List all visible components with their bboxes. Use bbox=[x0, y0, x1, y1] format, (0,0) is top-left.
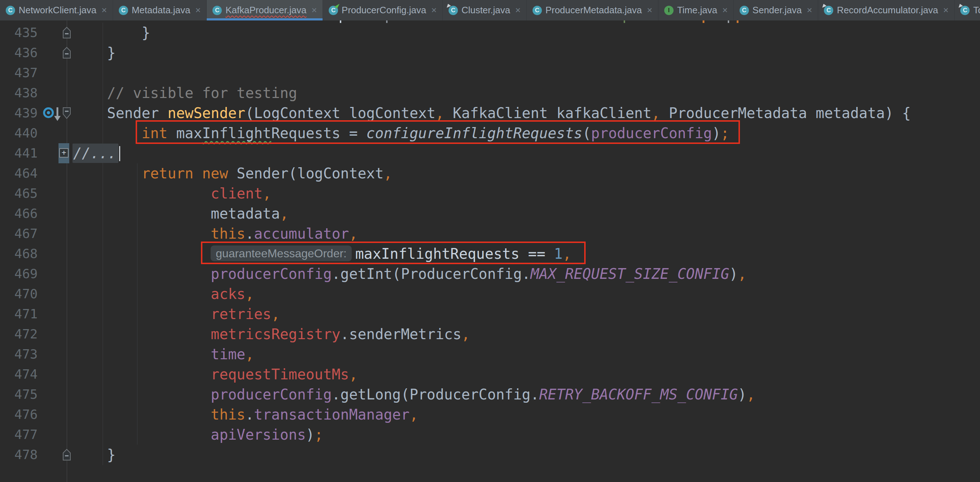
tab-networkclient-java[interactable]: CNetworkClient.java× bbox=[0, 0, 113, 21]
class-file-icon: C bbox=[329, 6, 338, 15]
code-token: acks bbox=[211, 286, 245, 302]
code-token: ; bbox=[314, 426, 323, 443]
tab-cluster-java[interactable]: CCluster.java× bbox=[443, 0, 527, 21]
tab-producerconfig-java[interactable]: CProducerConfig.java× bbox=[323, 0, 443, 21]
code-text[interactable]: retries, bbox=[67, 304, 280, 324]
code-line-441: 441+//... bbox=[0, 143, 980, 163]
line-number: 475 bbox=[0, 384, 38, 404]
tab-close-icon[interactable]: × bbox=[722, 5, 728, 16]
code-text[interactable]: } bbox=[67, 43, 116, 63]
code-token: , bbox=[383, 165, 392, 181]
tab-topicpartition-java[interactable]: CTopicPartition.java× bbox=[955, 0, 980, 21]
code-text[interactable] bbox=[67, 63, 73, 83]
code-text[interactable]: int maxInflightRequests = configureInfli… bbox=[67, 123, 729, 143]
tab-label: Time.java bbox=[677, 5, 718, 16]
code-text[interactable]: this.transactionManager, bbox=[67, 404, 418, 425]
line-number: 471 bbox=[0, 304, 38, 324]
code-token bbox=[73, 386, 211, 403]
tab-metadata-java[interactable]: CMetadata.java× bbox=[113, 0, 207, 21]
tab-recordaccumulator-java[interactable]: CRecordAccumulator.java× bbox=[818, 0, 955, 21]
code-text[interactable]: producerConfig.getLong(ProducerConfig.RE… bbox=[67, 384, 756, 404]
code-token: ProducerMetadata metadata) { bbox=[660, 105, 911, 121]
code-token: . bbox=[245, 225, 254, 242]
code-token: , bbox=[245, 346, 254, 363]
gutter: 468 bbox=[0, 244, 67, 264]
library-mark-icon bbox=[447, 4, 451, 8]
code-text[interactable]: } bbox=[67, 445, 116, 465]
gutter: 472 bbox=[0, 324, 67, 344]
code-token: Requests bbox=[271, 125, 340, 142]
code-text[interactable]: // visible for testing bbox=[67, 83, 297, 103]
code-token: apiVersions bbox=[211, 426, 306, 443]
code-token: ; bbox=[721, 125, 729, 142]
code-text[interactable]: Sender newSender(LogContext logContext, … bbox=[67, 103, 911, 123]
code-text[interactable]: } bbox=[67, 22, 150, 43]
tab-close-icon[interactable]: × bbox=[943, 5, 948, 16]
code-token: , bbox=[435, 105, 444, 121]
code-line-466: 466 metadata, bbox=[0, 204, 980, 224]
inlay-hint-badge[interactable]: guaranteeMessageOrder: bbox=[211, 245, 352, 261]
code-text[interactable]: requestTimeoutMs, bbox=[67, 364, 358, 384]
code-token: this bbox=[211, 406, 245, 423]
tab-kafkaproducer-java[interactable]: CKafkaProducer.java× bbox=[207, 0, 323, 21]
code-text[interactable]: //... bbox=[67, 143, 120, 163]
code-token: Sender bbox=[73, 105, 167, 121]
code-editor[interactable]: 435 }436 }437438 // visible for testing4… bbox=[0, 21, 980, 482]
tab-close-icon[interactable]: × bbox=[195, 5, 200, 16]
gutter: 469 bbox=[0, 264, 67, 284]
line-number: 472 bbox=[0, 324, 38, 344]
code-token: } bbox=[73, 24, 150, 41]
tab-close-icon[interactable]: × bbox=[515, 5, 521, 16]
line-number: 473 bbox=[0, 344, 38, 364]
class-file-icon: C bbox=[533, 6, 542, 15]
code-token: , bbox=[349, 366, 358, 383]
code-text[interactable]: guaranteeMessageOrder:maxInflightRequest… bbox=[67, 244, 571, 264]
line-number: 467 bbox=[0, 224, 38, 244]
code-token: , bbox=[746, 386, 755, 403]
code-token: producerConfig bbox=[591, 125, 712, 142]
line-number: 470 bbox=[0, 284, 38, 304]
code-token: transactionManager bbox=[254, 406, 409, 423]
tab-close-icon[interactable]: × bbox=[431, 5, 437, 16]
code-token: , bbox=[738, 266, 746, 282]
tab-close-icon[interactable]: × bbox=[312, 5, 317, 16]
code-token: .getLong(ProducerConfig. bbox=[332, 386, 539, 403]
code-token: retries bbox=[211, 306, 271, 322]
tab-close-icon[interactable]: × bbox=[807, 5, 812, 16]
code-token bbox=[73, 406, 211, 423]
tab-producermetadata-java[interactable]: CProducerMetadata.java× bbox=[527, 0, 659, 21]
tab-close-icon[interactable]: × bbox=[102, 5, 107, 16]
line-number: 435 bbox=[0, 22, 38, 43]
gutter: 465 bbox=[0, 183, 67, 204]
tab-label: Sender.java bbox=[752, 5, 802, 16]
tab-time-java[interactable]: ITime.java× bbox=[659, 0, 734, 21]
code-text[interactable]: acks, bbox=[67, 284, 254, 304]
code-token: senderMetrics bbox=[349, 326, 461, 342]
code-text[interactable]: this.accumulator, bbox=[67, 224, 358, 244]
code-text[interactable]: metadata, bbox=[67, 204, 288, 224]
code-text[interactable]: return new Sender(logContext, bbox=[67, 163, 392, 183]
code-text[interactable]: apiVersions); bbox=[67, 425, 323, 445]
code-token: ( bbox=[582, 125, 591, 142]
code-text[interactable]: time, bbox=[67, 344, 254, 364]
code-token: ) bbox=[712, 125, 721, 142]
code-token: , bbox=[652, 105, 660, 121]
tab-sender-java[interactable]: CSender.java× bbox=[734, 0, 819, 21]
code-token: MAX_REQUEST_SIZE_CONFIG bbox=[530, 266, 729, 282]
line-number: 441 bbox=[0, 143, 38, 163]
tab-close-icon[interactable]: × bbox=[647, 5, 652, 16]
code-line-440: 440 int maxInflightRequests = configureI… bbox=[0, 123, 980, 143]
class-file-icon: C bbox=[740, 6, 749, 15]
code-token: Inflight bbox=[202, 125, 271, 142]
code-token: client bbox=[211, 185, 262, 202]
code-text[interactable]: client, bbox=[67, 183, 271, 204]
tab-label: Metadata.java bbox=[132, 5, 190, 16]
line-number: 438 bbox=[0, 83, 38, 103]
code-token: } bbox=[73, 447, 116, 463]
code-text[interactable]: metricsRegistry.senderMetrics, bbox=[67, 324, 470, 344]
code-text[interactable]: producerConfig.getInt(ProducerConfig.MAX… bbox=[67, 264, 746, 284]
code-token: , bbox=[349, 225, 358, 242]
class-file-icon: C bbox=[449, 6, 458, 15]
code-line-468: 468 guaranteeMessageOrder:maxInflightReq… bbox=[0, 244, 980, 264]
code-token: configureInflightRequests bbox=[366, 125, 582, 142]
